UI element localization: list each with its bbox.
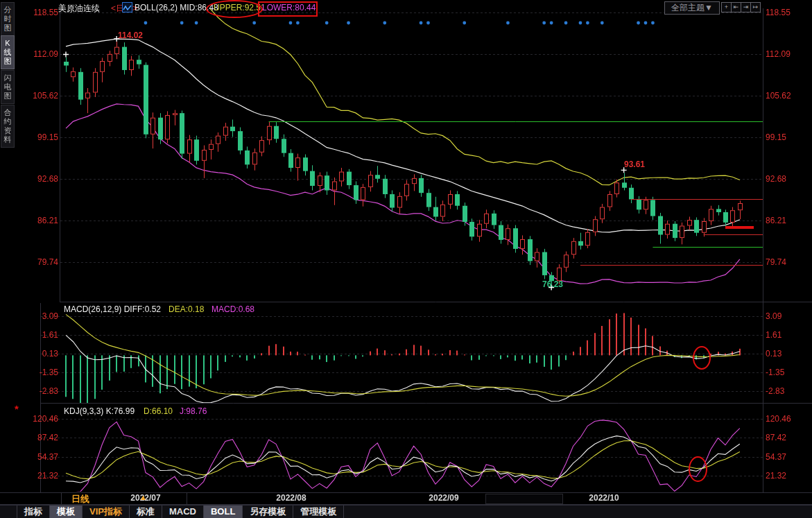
axis-label: 87.42 [766,433,809,442]
axis-label: 54.37 [766,452,809,462]
axis-label: -2.83 [17,386,58,396]
crosshair-icon[interactable]: + [721,2,732,12]
axis-label: 120.46 [766,414,809,424]
axis-label: 1.61 [766,330,809,340]
axis-label: 21.32 [766,471,809,481]
axis-label: -1.35 [766,368,809,377]
axis-label: 118.55 [766,8,809,17]
macd-value: MACD:0.68 [211,304,254,314]
kline-mini-icon [122,2,132,12]
axis-label: 86.21 [17,216,58,225]
axis-label: 79.74 [17,257,58,267]
timeframe-up-arrow-icon: ▲ [139,493,147,501]
axis-label: 99.15 [766,132,809,142]
axis-label: 92.68 [766,174,809,184]
tab-5[interactable]: MACD [162,506,203,518]
all-themes-button[interactable]: 全部主题▼ [664,1,720,15]
compress-kline-icon[interactable]: ⇤ [731,2,741,12]
sidebar-item-4[interactable]: 合约资料 [1,105,15,148]
high-price-label-93: 93.61 [624,159,645,169]
red-circle-annotation-kdj [689,456,707,482]
axis-label: -1.35 [17,368,58,377]
red-circle-annotation-macd [693,346,711,370]
axis-label: 79.74 [766,257,809,267]
axis-label: 105.62 [766,91,809,101]
axis-label: 0.13 [766,349,809,359]
axis-label: 87.42 [17,433,58,442]
instrument-title: 美原油连续 [58,3,100,15]
tab-2[interactable]: 模板 [49,506,82,518]
macd-header: MACD(26,12,9) DIFF:0.52 [64,304,161,314]
axis-label: 99.15 [17,132,58,142]
date-tick-label: 2022/10 [573,493,635,503]
red-ellipse-annotation-upper [206,0,263,18]
axis-label: 54.37 [17,452,58,462]
axis-label: 0.13 [17,349,58,359]
date-tick-label: 2022/09 [413,493,475,503]
axis-label: 3.09 [766,311,809,321]
axis-label: 92.68 [17,174,58,184]
macd-dea-value: DEA:0.18 [169,304,204,314]
timeframe-label: 日线 [71,493,89,506]
sidebar-item-2[interactable]: K线图 [1,35,15,69]
tab-7[interactable]: 另存模板 [242,506,293,518]
axis-label: 112.09 [766,49,809,59]
axis-label: 86.21 [766,216,809,225]
expand-kline-icon[interactable]: ⇥ [741,2,751,12]
axis-label: 118.55 [17,8,58,17]
axis-label: -2.83 [766,386,809,396]
date-tick-label: 2022/08 [260,493,322,503]
bottom-tab-bar: 指标模板VIP指标标准MACDBOLL另存模板管理模板 [0,505,812,518]
kdj-header: KDJ(9,3,3) K:76.99 [64,406,135,416]
tab-3[interactable]: VIP指标 [82,506,129,518]
horizontal-scrollbar-thumb[interactable] [485,494,563,504]
current-price-mark-line [725,226,754,229]
timeframe-selector[interactable]: 日线 ▲ [61,492,187,504]
kdj-j-value: J:98.76 [180,406,207,416]
tab-1[interactable]: 指标 [17,506,49,518]
tab-8[interactable]: 管理模板 [293,506,344,518]
panel-settings-star-icon[interactable]: * [15,403,19,415]
tab-6[interactable]: BOLL [203,506,242,518]
red-box-annotation-lower [258,1,318,17]
page-right-icon[interactable]: ↦ [750,2,761,12]
axis-label: 120.46 [17,414,58,424]
sidebar-item-1[interactable]: 分时图 [1,2,15,36]
tab-4[interactable]: 标准 [129,506,162,518]
axis-label: 105.62 [17,91,58,101]
chart-canvas[interactable] [0,0,812,518]
trading-app-window: 美原油连续 <日线> BOLL(26,2) MID:86.48 UPPER:92… [0,0,812,518]
axis-label: 1.61 [17,330,58,340]
axis-label: 21.32 [17,471,58,481]
high-price-label-114: 114.02 [118,31,143,40]
sidebar-item-3[interactable]: 闪电图 [1,70,15,104]
kdj-d-value: D:66.10 [144,406,173,416]
low-price-label-76: 76.23 [542,279,563,289]
axis-label: 112.09 [17,49,58,59]
axis-label: 3.09 [17,311,58,321]
